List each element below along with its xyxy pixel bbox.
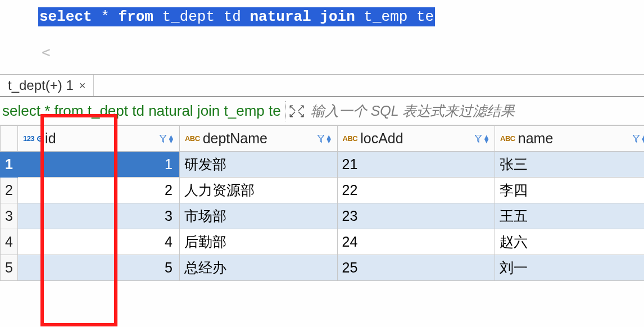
cell-locAdd[interactable]: 25 [337,255,495,281]
results-table-wrap: 123id▲▼ABCdeptName▲▼ABClocAdd▲▼ABCname▲▼… [0,125,644,281]
sql-text: t_dept td [153,8,250,25]
cell-locAdd[interactable]: 21 [337,152,495,178]
cell-locAdd[interactable]: 24 [337,229,495,255]
results-table: 123id▲▼ABCdeptName▲▼ABClocAdd▲▼ABCname▲▼… [0,125,644,281]
column-filter-sort-controls[interactable]: ▲▼ [475,135,490,143]
row-number-cell[interactable]: 4 [1,229,18,255]
sql-editor[interactable]: select * from t_dept td natural join t_e… [0,0,644,27]
column-name: name [518,130,631,147]
funnel-icon[interactable] [475,135,482,143]
column-header-locAdd[interactable]: ABClocAdd▲▼ [337,126,495,152]
sql-keyword: natural join [250,8,355,25]
sql-highlighted-text: select * from t_dept td natural join t_e… [38,7,435,26]
chevron-left-icon: < [42,44,51,61]
table-row[interactable]: 22人力资源部22李四1 [1,178,645,203]
cell-deptName[interactable]: 研发部 [179,152,337,178]
cell-deptName[interactable]: 人力资源部 [179,178,337,203]
cell-name[interactable]: 李四 [495,178,644,203]
column-name: locAdd [360,130,473,147]
table-row[interactable]: 11研发部21张三1 [1,152,645,178]
sql-keyword: select [39,8,92,25]
cell-id[interactable]: 1 [17,152,179,178]
table-header-row: 123id▲▼ABCdeptName▲▼ABClocAdd▲▼ABCname▲▼… [1,126,645,152]
table-row[interactable]: 44后勤部24赵六2 [1,229,645,255]
tab-label: t_dept(+) 1 [8,78,74,93]
numeric-type-icon: 123 [22,134,35,143]
cell-deptName[interactable]: 后勤部 [179,229,337,255]
row-number-cell[interactable]: 2 [1,178,18,203]
expand-icon[interactable]: ↖↗↙↘ [288,105,305,117]
column-name: id [45,130,157,147]
table-row[interactable]: 33市场部23王五1 [1,203,645,229]
cell-deptName[interactable]: 市场部 [179,203,337,229]
table-body: 11研发部21张三122人力资源部22李四133市场部23王五144后勤部24赵… [1,152,645,281]
sort-arrows-icon[interactable]: ▲▼ [641,135,644,143]
editor-collapse-chevron[interactable]: < [0,27,644,61]
funnel-icon[interactable] [160,135,166,143]
query-caption-text: select * from t_dept td natural join t_e… [2,102,281,120]
column-filter-sort-controls[interactable]: ▲▼ [633,135,644,143]
sql-keyword: from [118,8,153,25]
cell-name[interactable]: 张三 [495,152,644,178]
caption-separator: ↖↗↙↘ [285,101,305,121]
text-type-icon: ABC [184,134,201,143]
query-caption-row: select * from t_dept td natural join t_e… [0,97,644,125]
filter-sql-input[interactable]: 输入一个 SQL 表达式来过滤结果 [310,102,644,120]
primary-key-icon [37,136,43,142]
tab-t-dept[interactable]: t_dept(+) 1 × [0,75,94,96]
cell-id[interactable]: 3 [17,203,179,229]
cell-locAdd[interactable]: 22 [337,178,495,203]
row-number-cell[interactable]: 3 [1,203,18,229]
sort-arrows-icon[interactable]: ▲▼ [483,135,490,143]
text-type-icon: ABC [500,134,516,143]
column-filter-sort-controls[interactable]: ▲▼ [160,135,175,143]
cell-name[interactable]: 王五 [495,203,644,229]
cell-name[interactable]: 赵六 [495,229,644,255]
sort-arrows-icon[interactable]: ▲▼ [325,135,333,143]
sql-text: * [92,8,119,25]
column-header-name[interactable]: ABCname▲▼ [495,126,644,152]
column-filter-sort-controls[interactable]: ▲▼ [318,135,333,143]
cell-name[interactable]: 刘一 [495,255,644,281]
row-number-cell[interactable]: 1 [1,152,18,178]
cell-id[interactable]: 4 [17,229,179,255]
text-type-icon: ABC [342,134,359,143]
row-number-cell[interactable]: 5 [1,255,18,281]
rownum-header [1,126,18,152]
table-row[interactable]: 55总经办25刘一2 [1,255,645,281]
sql-text: t_emp te [355,8,434,25]
column-header-id[interactable]: 123id▲▼ [17,126,179,152]
funnel-icon[interactable] [633,135,640,143]
cell-id[interactable]: 5 [17,255,179,281]
funnel-icon[interactable] [318,135,324,143]
cell-locAdd[interactable]: 23 [337,203,495,229]
column-name: deptName [203,130,315,147]
close-icon[interactable]: × [79,79,86,92]
sort-arrows-icon[interactable]: ▲▼ [167,135,175,143]
cell-deptName[interactable]: 总经办 [179,255,337,281]
cell-id[interactable]: 2 [17,178,179,203]
column-header-deptName[interactable]: ABCdeptName▲▼ [179,126,337,152]
results-tabbar: t_dept(+) 1 × [0,75,644,97]
